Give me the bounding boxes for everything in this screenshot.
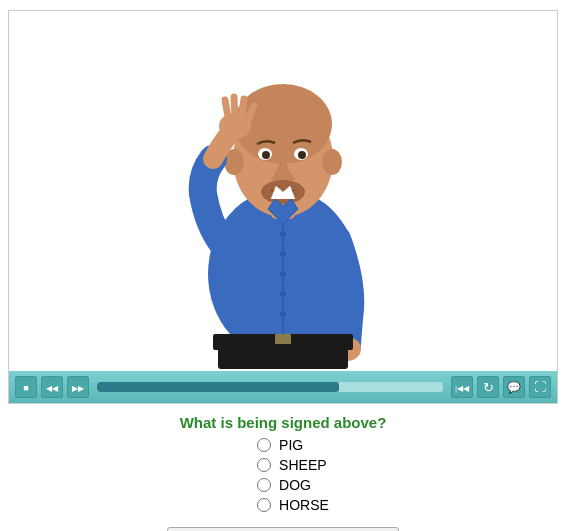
right-controls: [451, 376, 551, 398]
label-pig[interactable]: PIG: [279, 437, 303, 453]
radio-pig[interactable]: [257, 438, 271, 452]
prev-icon: [46, 382, 58, 393]
video-frame: [9, 11, 557, 371]
radio-sheep[interactable]: [257, 458, 271, 472]
svg-rect-17: [218, 344, 348, 369]
answer-option-horse[interactable]: HORSE: [257, 497, 329, 513]
expand-button[interactable]: [529, 376, 551, 398]
expand-icon: [534, 380, 546, 394]
next-icon: [72, 382, 84, 393]
label-sheep[interactable]: SHEEP: [279, 457, 326, 473]
label-dog[interactable]: DOG: [279, 477, 311, 493]
refresh-button[interactable]: [477, 376, 499, 398]
svg-point-22: [280, 311, 286, 317]
svg-point-6: [322, 149, 342, 175]
refresh-icon: [483, 380, 494, 395]
question-area: What is being signed above? PIG SHEEP DO…: [8, 414, 558, 531]
svg-point-21: [280, 291, 286, 297]
answer-options: PIG SHEEP DOG HORSE: [257, 437, 329, 513]
skip-start-button[interactable]: [451, 376, 473, 398]
answer-option-sheep[interactable]: SHEEP: [257, 457, 326, 473]
radio-dog[interactable]: [257, 478, 271, 492]
submit-button[interactable]: Submit and Move to Next Question: [167, 527, 399, 531]
radio-horse[interactable]: [257, 498, 271, 512]
svg-point-19: [280, 251, 286, 257]
svg-point-10: [262, 151, 270, 159]
svg-point-11: [298, 151, 306, 159]
answer-option-dog[interactable]: DOG: [257, 477, 311, 493]
progress-bar[interactable]: [97, 382, 443, 392]
chat-button[interactable]: [503, 376, 525, 398]
stop-icon: [23, 382, 28, 393]
skip-start-icon: [455, 382, 469, 393]
chat-icon: [507, 381, 521, 394]
prev-button[interactable]: [41, 376, 63, 398]
man-figure: [113, 14, 453, 369]
progress-fill: [97, 382, 339, 392]
main-container: What is being signed above? PIG SHEEP DO…: [0, 0, 566, 531]
svg-point-20: [280, 271, 286, 277]
svg-point-18: [280, 231, 286, 237]
stop-button[interactable]: [15, 376, 37, 398]
video-area: [8, 10, 558, 404]
video-controls-bar: [9, 371, 557, 403]
answer-option-pig[interactable]: PIG: [257, 437, 303, 453]
question-text: What is being signed above?: [180, 414, 387, 431]
next-button[interactable]: [67, 376, 89, 398]
label-horse[interactable]: HORSE: [279, 497, 329, 513]
